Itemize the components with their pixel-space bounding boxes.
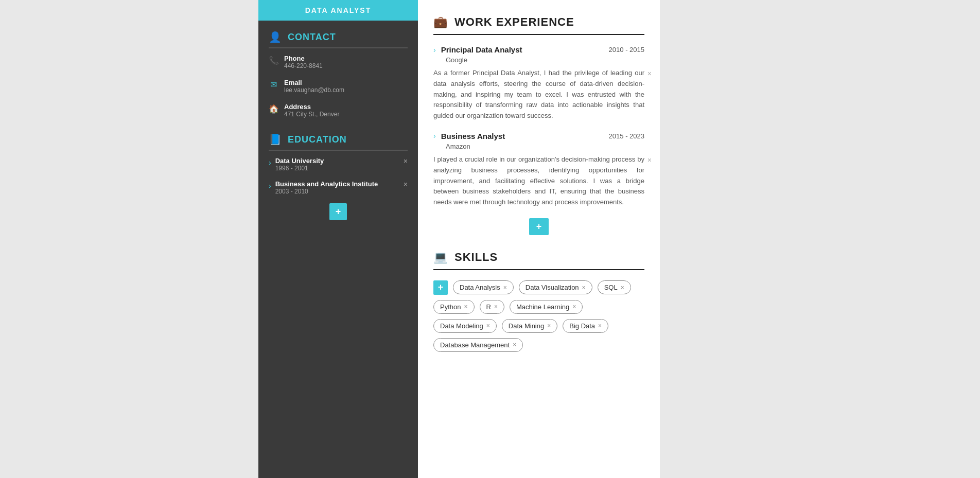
skill-tag-8: Big Data×: [563, 319, 608, 333]
add-education-button[interactable]: +: [329, 203, 347, 220]
job-entry-0: › Principal Data Analyst 2010 - 2015 Goo…: [433, 45, 644, 121]
contact-icon: 👤: [269, 31, 282, 43]
job-years-0: 2010 - 2015: [609, 46, 644, 54]
job-years-1: 2015 - 2023: [609, 132, 644, 140]
education-icon: 📘: [269, 133, 282, 146]
skill-remove-5[interactable]: ×: [572, 303, 576, 310]
job-title-header: DATA ANALYST: [269, 6, 408, 14]
education-header: 📘 EDUCATION: [269, 133, 408, 151]
email-icon: ✉: [269, 80, 278, 90]
job-title-0: Principal Data Analyst: [441, 45, 522, 54]
skill-remove-0[interactable]: ×: [503, 284, 507, 291]
education-section: 📘 EDUCATION › Data University 1996 - 200…: [269, 133, 408, 220]
skill-remove-8[interactable]: ×: [598, 322, 602, 329]
edu-remove-1[interactable]: ×: [404, 180, 408, 188]
skill-label-8: Big Data: [569, 322, 595, 330]
edu-remove-0[interactable]: ×: [404, 157, 408, 165]
edu-item-1: › Business and Analytics Institute 2003 …: [269, 180, 408, 195]
contact-header: 👤 CONTACT: [269, 31, 408, 48]
skills-section-title: SKILLS: [454, 251, 498, 264]
add-job-button[interactable]: +: [529, 218, 549, 235]
edu-years-0: 1996 - 2001: [275, 165, 397, 172]
skill-tag-6: Data Modeling×: [433, 319, 497, 333]
contact-phone-item: 📞 Phone 446-220-8841: [269, 55, 408, 69]
skill-tag-5: Machine Learning×: [510, 300, 583, 314]
job-header-row-0: › Principal Data Analyst 2010 - 2015: [433, 45, 644, 54]
sidebar-header: DATA ANALYST: [258, 0, 418, 21]
skill-remove-9[interactable]: ×: [513, 341, 516, 348]
email-label: Email: [284, 79, 344, 86]
add-skill-button[interactable]: +: [433, 280, 448, 295]
email-value: lee.vaughan@db.com: [284, 86, 344, 94]
skill-tag-0: Data Analysis×: [453, 280, 514, 294]
home-icon: 🏠: [269, 104, 278, 114]
edu-item-0: › Data University 1996 - 2001 ×: [269, 157, 408, 172]
skill-label-2: SQL: [604, 284, 618, 291]
job-description-1: I played a crucial role in our organizat…: [433, 154, 644, 208]
phone-icon: 📞: [269, 56, 278, 65]
job-chevron-1: ›: [433, 132, 436, 140]
skill-remove-1[interactable]: ×: [582, 284, 586, 291]
contact-phone-content: Phone 446-220-8841: [284, 55, 323, 69]
job-header-row-1: › Business Analyst 2015 - 2023: [433, 132, 644, 140]
skill-label-3: Python: [440, 303, 461, 311]
skill-remove-2[interactable]: ×: [621, 284, 624, 291]
edu-content-1: Business and Analytics Institute 2003 - …: [275, 180, 397, 195]
job-description-0: As a former Principal Data Analyst, I ha…: [433, 68, 644, 121]
skills-section: 💻 SKILLS + Data Analysis×Data Visualizat…: [433, 251, 644, 352]
edu-years-1: 2003 - 2010: [275, 188, 397, 195]
job-remove-0[interactable]: ×: [647, 68, 652, 79]
address-value: 471 City St., Denver: [284, 111, 339, 118]
work-icon: 💼: [433, 15, 447, 29]
work-section-header: 💼 WORK EXPERIENCE: [433, 15, 644, 35]
skill-remove-3[interactable]: ×: [464, 303, 467, 310]
address-label: Address: [284, 103, 339, 111]
education-title: EDUCATION: [288, 134, 347, 145]
skill-tag-9: Database Management×: [433, 338, 523, 352]
edu-chevron-1: ›: [269, 182, 271, 190]
skill-remove-6[interactable]: ×: [486, 322, 490, 329]
skill-label-0: Data Analysis: [460, 284, 500, 291]
skill-label-6: Data Modeling: [440, 322, 483, 330]
job-remove-1[interactable]: ×: [647, 154, 652, 166]
job-company-1: Amazon: [446, 143, 644, 150]
edu-content-0: Data University 1996 - 2001: [275, 157, 397, 172]
skills-container: + Data Analysis×Data Visualization×SQL×P…: [433, 280, 644, 352]
skill-label-1: Data Visualization: [526, 284, 579, 291]
work-section-title: WORK EXPERIENCE: [454, 15, 574, 29]
job-company-0: Google: [446, 56, 644, 64]
skill-tag-7: Data Mining×: [502, 319, 557, 333]
job-chevron-0: ›: [433, 46, 436, 54]
main-content: 💼 WORK EXPERIENCE › Principal Data Analy…: [418, 0, 660, 478]
skill-tag-2: SQL×: [598, 280, 631, 294]
skill-label-5: Machine Learning: [516, 303, 569, 311]
edu-chevron-0: ›: [269, 158, 271, 167]
skills-icon: 💻: [433, 251, 447, 264]
skill-label-4: R: [486, 303, 491, 311]
contact-address-content: Address 471 City St., Denver: [284, 103, 339, 118]
sidebar-content: 👤 CONTACT 📞 Phone 446-220-8841 ✉ Email l…: [258, 21, 418, 478]
edu-name-0: Data University: [275, 157, 397, 165]
skills-section-header: 💻 SKILLS: [433, 251, 644, 270]
work-section: 💼 WORK EXPERIENCE › Principal Data Analy…: [433, 15, 644, 235]
phone-label: Phone: [284, 55, 323, 62]
skill-tag-1: Data Visualization×: [519, 280, 592, 294]
contact-address-item: 🏠 Address 471 City St., Denver: [269, 103, 408, 118]
phone-value: 446-220-8841: [284, 62, 323, 69]
sidebar: DATA ANALYST 👤 CONTACT 📞 Phone 446-220-8…: [258, 0, 418, 478]
skill-remove-4[interactable]: ×: [494, 303, 498, 310]
contact-email-content: Email lee.vaughan@db.com: [284, 79, 344, 94]
contact-email-item: ✉ Email lee.vaughan@db.com: [269, 79, 408, 94]
contact-section: 👤 CONTACT 📞 Phone 446-220-8841 ✉ Email l…: [269, 31, 408, 118]
skill-tag-3: Python×: [433, 300, 475, 314]
skill-label-9: Database Management: [440, 341, 510, 349]
contact-title: CONTACT: [288, 32, 336, 43]
skill-label-7: Data Mining: [509, 322, 544, 330]
job-title-1: Business Analyst: [441, 132, 505, 140]
skill-tag-4: R×: [480, 300, 504, 314]
resume-container: DATA ANALYST 👤 CONTACT 📞 Phone 446-220-8…: [258, 0, 660, 478]
edu-name-1: Business and Analytics Institute: [275, 180, 397, 188]
skill-remove-7[interactable]: ×: [547, 322, 551, 329]
job-entry-1: › Business Analyst 2015 - 2023 Amazon I …: [433, 132, 644, 208]
